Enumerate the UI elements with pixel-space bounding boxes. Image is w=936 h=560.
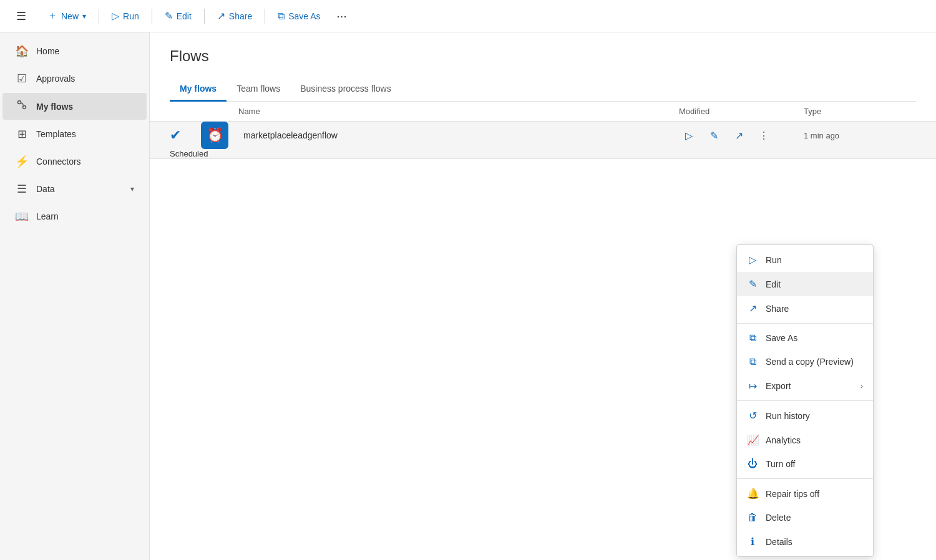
menu-delete-label: Delete xyxy=(766,513,791,523)
menu-share-icon: ↗ xyxy=(747,302,758,314)
menu-item-analytics[interactable]: 📈 Analytics xyxy=(737,428,873,452)
sidebar-label-my-flows: My flows xyxy=(36,102,73,112)
main-content: Flows My flows Team flows Business proce… xyxy=(150,32,936,560)
tab-team-flows[interactable]: Team flows xyxy=(227,77,290,102)
new-label: New xyxy=(61,11,79,21)
tab-business-process[interactable]: Business process flows xyxy=(290,77,401,102)
approvals-icon: ☑ xyxy=(15,72,29,85)
menu-edit-icon: ✎ xyxy=(747,278,758,290)
flow-icon-cell: ⏰ xyxy=(201,122,238,149)
menu-export-chevron-icon: › xyxy=(860,382,863,390)
sidebar-label-connectors: Connectors xyxy=(36,157,81,167)
col-icon xyxy=(201,107,238,116)
edit-label: Edit xyxy=(177,11,192,21)
run-button[interactable]: ▷ Run xyxy=(104,6,147,26)
save-as-label: Save As xyxy=(288,11,320,21)
flow-actions-cell: ▷ ✎ ↗ ⋮ xyxy=(679,125,804,145)
page-title: Flows xyxy=(170,47,916,65)
sidebar-item-my-flows[interactable]: My flows xyxy=(2,93,147,120)
sidebar-label-templates: Templates xyxy=(36,129,76,139)
run-icon: ▷ xyxy=(112,10,119,22)
templates-icon: ⊞ xyxy=(15,127,29,141)
flow-edit-icon: ✎ xyxy=(710,130,718,142)
share-button[interactable]: ↗ Share xyxy=(210,6,260,26)
toolbar-separator-2 xyxy=(152,9,152,24)
table-header: Name Modified Type xyxy=(150,102,936,122)
run-label: Run xyxy=(123,11,139,21)
connectors-icon: ⚡ xyxy=(15,155,29,168)
sidebar-item-data[interactable]: ☰ Data ▾ xyxy=(2,176,147,202)
menu-item-delete[interactable]: 🗑 Delete xyxy=(737,506,873,529)
menu-item-run-history[interactable]: ↺ Run history xyxy=(737,403,873,428)
menu-share-label: Share xyxy=(766,304,789,314)
col-name: Name xyxy=(238,107,679,116)
sidebar-item-templates[interactable]: ⊞ Templates xyxy=(2,121,147,147)
sidebar-item-approvals[interactable]: ☑ Approvals xyxy=(2,65,147,92)
col-modified: Modified xyxy=(679,107,804,116)
table-row: ✔ ⏰ marketplaceleadgenflow ▷ ✎ ↗ ⋮ xyxy=(150,122,936,159)
body-layout: 🏠 Home ☑ Approvals My flows ⊞ Templates … xyxy=(0,32,936,560)
new-button[interactable]: ＋ New ▾ xyxy=(40,6,94,26)
share-label: Share xyxy=(229,11,252,21)
flow-type: Scheduled xyxy=(170,149,201,158)
svg-point-1 xyxy=(23,106,26,109)
menu-item-send-copy[interactable]: ⧉ Send a copy (Preview) xyxy=(737,350,873,374)
flow-run-button[interactable]: ▷ xyxy=(679,125,699,145)
menu-item-repair-tips[interactable]: 🔔 Repair tips off xyxy=(737,481,873,506)
col-type: Type xyxy=(804,107,916,116)
sidebar: 🏠 Home ☑ Approvals My flows ⊞ Templates … xyxy=(0,32,150,560)
more-icon: ··· xyxy=(336,9,347,23)
home-icon: 🏠 xyxy=(15,44,29,58)
sidebar-label-learn: Learn xyxy=(36,211,59,221)
toolbar-separator-3 xyxy=(204,9,205,24)
toolbar-separator-1 xyxy=(99,9,99,24)
new-chevron-icon: ▾ xyxy=(82,12,86,21)
menu-run-history-label: Run history xyxy=(766,411,810,421)
menu-item-turn-off[interactable]: ⏻ Turn off xyxy=(737,452,873,476)
menu-details-icon: ℹ xyxy=(747,536,758,548)
menu-item-details[interactable]: ℹ Details xyxy=(737,529,873,554)
flow-share-button[interactable]: ↗ xyxy=(729,125,749,145)
menu-analytics-icon: 📈 xyxy=(747,434,758,446)
menu-divider-1 xyxy=(737,323,873,324)
hamburger-button[interactable]: ☰ xyxy=(10,5,32,27)
edit-button[interactable]: ✎ Edit xyxy=(157,6,199,26)
menu-turn-off-icon: ⏻ xyxy=(747,458,758,470)
flow-modified: 1 min ago xyxy=(804,131,916,140)
save-as-button[interactable]: ⧉ Save As xyxy=(270,7,328,26)
page-header: Flows My flows Team flows Business proce… xyxy=(150,32,936,102)
flow-more-button[interactable]: ⋮ xyxy=(754,125,774,145)
new-icon: ＋ xyxy=(47,9,57,22)
toolbar: ☰ ＋ New ▾ ▷ Run ✎ Edit ↗ Share ⧉ Save As… xyxy=(0,0,936,32)
menu-item-save-as[interactable]: ⧉ Save As xyxy=(737,326,873,350)
flow-more-icon: ⋮ xyxy=(759,130,769,142)
save-as-icon: ⧉ xyxy=(278,11,285,22)
sidebar-item-home[interactable]: 🏠 Home xyxy=(2,38,147,64)
row-checkbox[interactable]: ✔ xyxy=(170,127,201,143)
menu-run-history-icon: ↺ xyxy=(747,410,758,422)
menu-turn-off-label: Turn off xyxy=(766,459,795,469)
menu-export-label: Export xyxy=(766,381,791,391)
tab-my-flows[interactable]: My flows xyxy=(170,77,227,102)
sidebar-item-learn[interactable]: 📖 Learn xyxy=(2,203,147,229)
sidebar-label-approvals: Approvals xyxy=(36,74,75,84)
menu-delete-icon: 🗑 xyxy=(747,512,758,523)
share-icon: ↗ xyxy=(217,10,225,22)
menu-export-icon: ↦ xyxy=(747,380,758,392)
menu-item-run[interactable]: ▷ Run xyxy=(737,248,873,272)
more-button[interactable]: ··· xyxy=(331,5,353,27)
sidebar-label-home: Home xyxy=(36,46,59,56)
menu-details-label: Details xyxy=(766,537,792,547)
edit-icon: ✎ xyxy=(165,10,173,22)
flow-run-icon: ▷ xyxy=(685,130,693,142)
menu-save-as-icon: ⧉ xyxy=(747,332,758,344)
menu-item-export[interactable]: ↦ Export › xyxy=(737,374,873,398)
col-check xyxy=(170,107,201,116)
sidebar-label-data: Data xyxy=(36,184,55,194)
menu-divider-2 xyxy=(737,400,873,401)
menu-item-share[interactable]: ↗ Share xyxy=(737,296,873,321)
flow-edit-button[interactable]: ✎ xyxy=(704,125,724,145)
toolbar-separator-4 xyxy=(265,9,265,24)
menu-item-edit[interactable]: ✎ Edit xyxy=(737,272,873,296)
sidebar-item-connectors[interactable]: ⚡ Connectors xyxy=(2,148,147,175)
